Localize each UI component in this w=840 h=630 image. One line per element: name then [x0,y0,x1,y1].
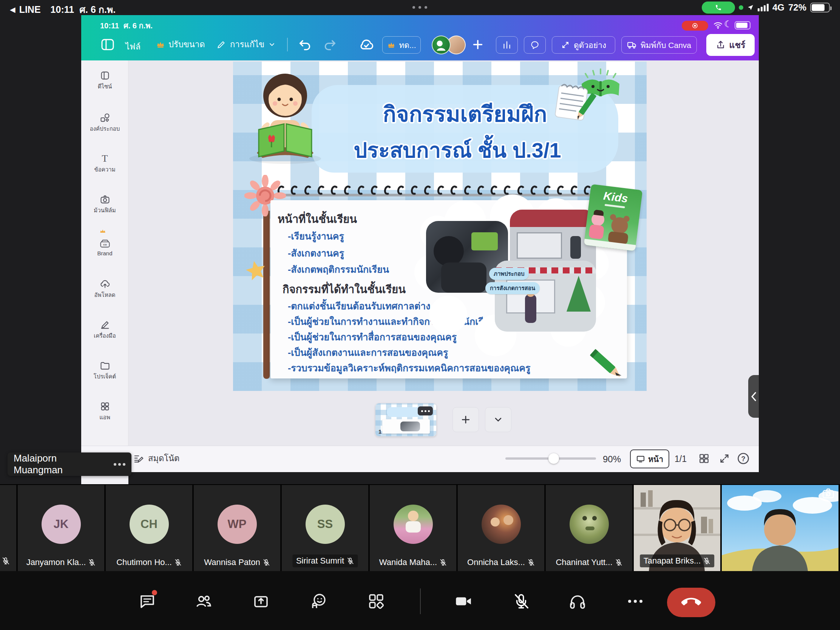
apps-button[interactable] [364,589,388,613]
end-call-button[interactable] [667,588,715,617]
sidebar-item-camera-roll[interactable]: ม้วนฟิล์ม [81,193,128,215]
side-panel-handle[interactable] [748,375,759,418]
crown-icon [387,41,395,49]
audio-button[interactable] [565,589,590,613]
self-view-tile[interactable] [722,485,838,571]
section1-item: -สังเกตพฤติกรรมนักเรียน [288,262,389,277]
sidebar-item-elements[interactable]: องค์ประกอบ [81,111,128,133]
thumbnail-more-button[interactable] [418,406,433,415]
participant-name: Chaninat Yutt... [556,557,612,567]
collapse-pages-button[interactable] [485,407,512,432]
comments-button[interactable] [524,36,546,54]
participants-strip: JK Janyamon Kla... CH Chutimon Ho... WP … [0,485,840,571]
shared-battery-icon [735,21,750,30]
sidebar-toggle-icon[interactable] [100,37,115,52]
participant-tile-partial[interactable] [0,485,16,571]
delivery-truck-icon [627,40,637,50]
insights-button[interactable] [496,36,518,54]
file-menu[interactable]: ไฟล์ [125,40,141,53]
plus-icon [460,414,471,425]
presenter-more-button[interactable] [114,463,125,466]
page-thumbnail[interactable]: 1 [375,403,437,437]
edit-menu[interactable]: การแก้ไข [216,38,276,51]
undo-button[interactable] [298,37,313,52]
participant-name: Wannisa Paton [204,557,260,567]
cloud-saved-icon[interactable] [358,36,375,53]
presenter-overlay[interactable]: Malaiporn Muangman [8,453,131,476]
participant-tile[interactable]: Wanida Maha... [370,485,456,571]
photo-caption-1: ภาพประกอบ [489,268,529,280]
mic-muted-icon [439,559,447,566]
participant-tile[interactable]: Onnicha Laks... [458,485,544,571]
participant-tile-video[interactable]: Tanapat Briks... [634,485,720,571]
notepad-pencil-illustration [552,81,597,128]
hang-up-icon [681,593,701,612]
avatar: WP [218,505,257,544]
page-view-button[interactable]: หน้า [630,450,669,468]
section2-item: -เป็นผู้ช่วยในการทำสื่อการสอนของคุณครู [288,329,456,344]
section2-item: -ตกแต่งชั้นเรียนต้อนรับเทศกาลต่าง ๆ [288,298,438,314]
participants-button[interactable] [191,589,216,613]
slide-page[interactable]: กิจกรรมเตรียมฝึก ประสบการณ์ ชั้น ป.3/1 [233,62,647,391]
upload-cloud-icon [81,278,128,291]
participant-tile[interactable]: SS Sirirat Sumrit [282,485,368,571]
sidebar-item-apps[interactable]: แอพ [81,400,128,422]
print-with-canva-button[interactable]: พิมพ์กับ Canva [621,36,697,54]
grid-view-button[interactable] [698,453,710,464]
crown-icon [156,40,165,49]
participant-tile[interactable]: CH Chutimon Ho... [106,485,192,571]
signal-bars-icon [758,4,769,11]
add-page-button[interactable] [453,407,479,432]
fullscreen-button[interactable] [718,453,731,464]
notes-button[interactable]: สมุดโน้ต [133,452,179,465]
camera-button[interactable] [452,589,475,613]
avatar: JK [41,505,81,544]
screen-record-pill[interactable] [682,21,708,31]
sidebar-item-uploads[interactable]: อัพโหลด [81,278,128,300]
star-decoration [244,259,268,284]
participant-name: Sirirat Sumrit [296,556,344,566]
avatar: CH [129,505,169,544]
add-collaborator-button[interactable] [471,38,485,51]
mic-muted-icon [88,559,96,566]
sidebar-item-design[interactable]: ดีไซน์ [81,69,128,91]
sidebar-item-text[interactable]: T ข้อความ [81,152,128,174]
switch-camera-button[interactable] [822,488,835,501]
redo-button[interactable] [322,37,337,52]
help-button[interactable]: ? [736,452,750,465]
mic-muted-button[interactable] [509,589,533,613]
pencil-illustration [584,342,630,387]
active-call-pill[interactable] [702,2,735,14]
back-app-label[interactable]: LINE [19,4,41,15]
mic-muted-icon [527,559,535,566]
bar-chart-icon [502,40,512,50]
share-button[interactable]: แชร์ [706,34,755,56]
fullscreen-arrows-icon [561,40,570,49]
phone-icon [715,4,722,11]
more-options-button[interactable] [623,589,647,613]
sidebar-item-brand[interactable]: co Brand [81,237,128,256]
participant-tile[interactable]: Chaninat Yutt... [546,485,632,571]
draw-tool-icon [81,318,128,331]
reactions-button[interactable] [307,589,331,613]
participant-tile[interactable]: WP Wannisa Paton [194,485,280,571]
chat-button[interactable] [135,589,159,613]
sidebar-item-tools[interactable]: เครื่องมือ [81,318,128,340]
record-icon [692,22,698,29]
back-to-line-icon[interactable]: ◀ [10,5,16,14]
trial-button[interactable]: ทด... [382,36,421,54]
kids-card-illustration: Kids [584,184,643,251]
participant-name: Chutimon Ho... [116,557,172,567]
mic-muted-icon [346,557,354,565]
participant-tile[interactable]: JK Janyamon Kla... [18,485,104,571]
resize-menu[interactable]: ปรับขนาด [156,38,205,51]
collaborator-avatar[interactable] [432,35,451,54]
share-screen-button[interactable] [249,589,273,613]
video-feed [722,485,838,571]
preview-button[interactable]: ดูตัวอย่าง [552,36,615,54]
sidebar-item-projects[interactable]: โปรเจ็คต์ [81,359,128,381]
participant-name: Janyamon Kla... [27,557,86,567]
chevron-down-icon [268,41,276,48]
zoom-slider-knob[interactable] [548,453,559,464]
status-time: 10:11 [51,4,74,15]
